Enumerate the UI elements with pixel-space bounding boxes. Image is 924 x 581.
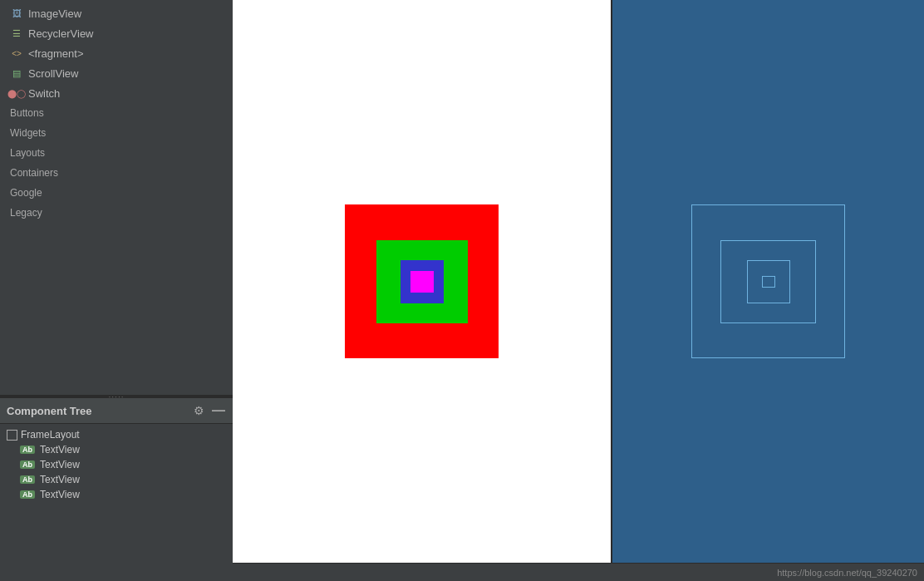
component-tree-panel: Component Tree ⚙ — FrameLayout Ab TextVi… — [0, 398, 233, 581]
bp-center-box — [762, 276, 775, 288]
tree-item-label-framelayout: FrameLayout — [21, 429, 80, 441]
category-widgets[interactable]: Widgets — [0, 123, 233, 143]
palette-item-label-recyclerview: RecyclerView — [28, 27, 94, 40]
category-google[interactable]: Google — [0, 183, 233, 203]
switch-icon: ⬤◯ — [10, 86, 23, 100]
tree-item-textview4[interactable]: Ab TextView — [0, 487, 233, 502]
component-tree-header-left: Component Tree — [7, 405, 92, 417]
component-tree-title: Component Tree — [7, 405, 92, 417]
tree-item-textview3[interactable]: Ab TextView — [0, 472, 233, 487]
fragment-icon: <> — [10, 47, 23, 60]
box-green — [376, 240, 468, 323]
palette-item-label-fragment: <fragment> — [28, 47, 84, 60]
box-magenta — [410, 271, 434, 293]
tree-item-label-textview1: TextView — [40, 444, 80, 455]
component-tree-header: Component Tree ⚙ — — [0, 398, 233, 424]
palette-item-label-scrollview: ScrollView — [28, 67, 78, 80]
palette-item-label-imageview: ImageView — [28, 7, 81, 20]
tree-item-textview1[interactable]: Ab TextView — [0, 442, 233, 457]
bp-inner-box — [747, 260, 790, 303]
preview-area — [233, 0, 924, 563]
category-legacy[interactable]: Legacy — [0, 203, 233, 223]
palette-item-fragment[interactable]: <> <fragment> — [0, 43, 233, 63]
ab-badge-4: Ab — [20, 490, 35, 499]
component-tree-settings-button[interactable]: ⚙ — [191, 403, 206, 418]
footer-url: https://blog.csdn.net/qq_39240270 — [777, 568, 917, 578]
palette-list: 🖼 ImageView ☰ RecyclerView <> <fragment>… — [0, 0, 233, 395]
category-layouts[interactable]: Layouts — [0, 143, 233, 163]
scrollview-icon: ▤ — [10, 66, 23, 80]
tree-item-framelayout[interactable]: FrameLayout — [0, 427, 233, 442]
recyclerview-icon: ☰ — [10, 27, 23, 40]
box-red — [345, 204, 499, 358]
tree-body: FrameLayout Ab TextView Ab TextView Ab T… — [0, 424, 233, 581]
palette-item-switch[interactable]: ⬤◯ Switch — [0, 83, 233, 103]
bp-outer-box — [691, 204, 845, 358]
tree-item-textview2[interactable]: Ab TextView — [0, 457, 233, 472]
main-area: https://blog.csdn.net/qq_39240270 — [233, 0, 924, 581]
footer: https://blog.csdn.net/qq_39240270 — [233, 563, 924, 581]
imageview-icon: 🖼 — [10, 7, 23, 20]
component-tree-collapse-button[interactable]: — — [211, 403, 226, 418]
left-panel: 🖼 ImageView ☰ RecyclerView <> <fragment>… — [0, 0, 233, 581]
palette-item-scrollview[interactable]: ▤ ScrollView — [0, 63, 233, 83]
palette-item-imageview[interactable]: 🖼 ImageView — [0, 3, 233, 23]
component-tree-icons: ⚙ — — [191, 403, 226, 418]
category-buttons[interactable]: Buttons — [0, 103, 233, 123]
design-preview — [233, 0, 612, 563]
category-containers[interactable]: Containers — [0, 163, 233, 183]
ab-badge-3: Ab — [20, 475, 35, 484]
blueprint-preview — [612, 0, 924, 563]
palette-item-label-switch: Switch — [28, 87, 60, 100]
bp-middle-box — [720, 240, 816, 323]
tree-item-label-textview3: TextView — [40, 474, 80, 485]
box-blue — [401, 260, 444, 303]
ab-badge-1: Ab — [20, 446, 35, 454]
framelayout-icon — [7, 430, 17, 441]
tree-item-label-textview2: TextView — [40, 459, 80, 470]
ab-badge-2: Ab — [20, 460, 35, 469]
palette-item-recyclerview[interactable]: ☰ RecyclerView — [0, 23, 233, 43]
tree-item-label-textview4: TextView — [40, 489, 80, 500]
